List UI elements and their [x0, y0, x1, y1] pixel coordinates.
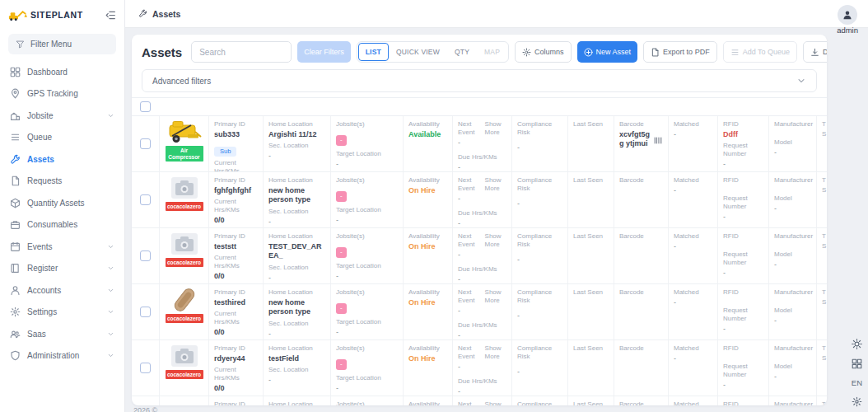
- sidebar-item-quantity-assets[interactable]: Quantity Assets: [0, 192, 124, 214]
- rfid-cell: RFID: [718, 396, 769, 405]
- download-button[interactable]: Download: [803, 41, 827, 63]
- col-label-target_location: Target Location: [336, 150, 398, 158]
- barcode-cell: Barcode: [614, 284, 669, 339]
- sidebar-item-label: Saas: [27, 330, 46, 339]
- sidebar-item-assets[interactable]: Assets: [0, 148, 124, 171]
- sidebar-item-register[interactable]: Register: [0, 258, 124, 280]
- cell-value-home_location: new home person type: [268, 298, 325, 317]
- sidebar-item-queue[interactable]: Queue: [0, 127, 124, 149]
- sidebar-item-settings[interactable]: Settings: [0, 302, 124, 324]
- view-qty-button[interactable]: QTY: [447, 43, 477, 61]
- next-event-cell: Next EventShow More-Due Hrs/KMs-: [453, 228, 512, 283]
- col-label-due_hrs: Due Hrs/KMs: [458, 153, 506, 162]
- advanced-filters-toggle[interactable]: Advanced filters: [142, 69, 817, 92]
- col-label-manufacturer: Manufacturer: [774, 120, 811, 129]
- asset-thumbnail[interactable]: Air Compressor: [163, 118, 205, 162]
- col-label-manufacturer: Manufacturer: [774, 344, 811, 353]
- asset-thumbnail[interactable]: cocacolazero: [163, 286, 205, 323]
- asset-category-tag: Air Compressor: [166, 146, 203, 162]
- cell-value-matched: -: [674, 354, 712, 363]
- cell-value-request_number: -: [723, 269, 763, 278]
- brand-logo[interactable]: SITEPLANT: [8, 8, 83, 21]
- jobsite-badge: -: [336, 135, 347, 146]
- view-map-button[interactable]: MAP: [477, 43, 507, 61]
- sidebar-item-events[interactable]: Events: [0, 236, 124, 258]
- clipped-cell: TS: [817, 228, 827, 283]
- cell-value-primary_id: teststt: [214, 242, 258, 251]
- row-checkbox[interactable]: [140, 194, 151, 205]
- last-seen-cell: Last Seen: [568, 172, 614, 227]
- col-label-sec_location: Sec. Location: [268, 264, 325, 272]
- clipped-col-label: T: [822, 288, 827, 297]
- show-more-link[interactable]: Show More: [485, 400, 506, 405]
- new-asset-button[interactable]: New Asset: [577, 41, 638, 63]
- barcode-cell: Barcodexcvfgt5gg ytjmui: [614, 116, 669, 171]
- asset-image-cell: [160, 396, 209, 405]
- cell-value-next_event: -: [458, 363, 506, 372]
- col-label-request_number: Request Number: [723, 307, 763, 323]
- col-label-jobsites: Jobsite(s): [336, 232, 398, 241]
- cell-value-next_event: -: [458, 138, 506, 147]
- asset-thumbnail[interactable]: cocacolazero: [163, 342, 205, 379]
- barcode-icon[interactable]: [653, 136, 663, 145]
- home-location-cell: Home LocationTEST_DEV_AREA_Sec. Location…: [264, 228, 331, 283]
- filter-menu[interactable]: Filter Menu: [8, 34, 116, 54]
- sidebar-item-gps-tracking[interactable]: GPS Tracking: [0, 83, 124, 105]
- sidebar-item-label: Assets: [27, 155, 54, 164]
- select-all-checkbox[interactable]: [140, 101, 151, 112]
- jobsite-cell: Jobsite(s)-Target Location-: [331, 340, 404, 396]
- col-label-home_location: Home Location: [268, 344, 325, 353]
- add-to-queue-button[interactable]: Add To Queue: [723, 41, 797, 63]
- asset-row: cocacolazeroPrimary IDteststtCurrent Hrs…: [132, 228, 827, 284]
- cell-value-matched: -: [674, 186, 712, 195]
- col-label-target_location: Target Location: [336, 374, 398, 382]
- col-label-model: Model: [774, 307, 811, 315]
- row-checkbox[interactable]: [140, 138, 151, 149]
- row-checkbox[interactable]: [140, 250, 151, 261]
- sidebar-item-label: Register: [27, 264, 58, 273]
- export-pdf-button[interactable]: Export to PDF: [643, 41, 717, 63]
- clipped-col-label: T: [822, 344, 827, 353]
- show-more-link[interactable]: Show More: [485, 344, 506, 361]
- col-label-matched: Matched: [674, 344, 712, 353]
- home-location-cell: Home Locationnew home person typeSec. Lo…: [264, 172, 331, 227]
- availability-cell: Availability: [404, 396, 453, 405]
- language-selector[interactable]: EN: [852, 378, 862, 387]
- sidebar-item-administration[interactable]: Administration: [0, 345, 124, 368]
- cell-value-availability: On Hire: [408, 298, 447, 307]
- asset-thumbnail[interactable]: cocacolazero: [163, 230, 205, 267]
- next-event-cell: Next EventShow More-Due Hrs/KMs-: [453, 116, 512, 171]
- show-more-link[interactable]: Show More: [485, 120, 506, 137]
- col-label-last_seen: Last Seen: [573, 120, 609, 129]
- excavator-logo-icon: [8, 8, 28, 21]
- apps-grid-icon[interactable]: [852, 358, 862, 369]
- theme-toggle-icon[interactable]: [852, 339, 862, 349]
- asset-thumbnail[interactable]: cocacolazero: [163, 174, 205, 211]
- sidebar-item-saas[interactable]: Saas: [0, 323, 124, 345]
- cell-value-sec_location: -: [268, 218, 325, 227]
- settings-gear-icon[interactable]: [852, 396, 862, 407]
- col-label-availability: Availability: [408, 344, 447, 353]
- view-quick-view-button[interactable]: QUICK VIEW: [389, 43, 447, 61]
- view-list-button[interactable]: LIST: [358, 43, 389, 61]
- columns-label: Columns: [534, 48, 564, 56]
- col-label-manufacturer: Manufacturer: [774, 288, 811, 297]
- sidebar-item-jobsite[interactable]: Jobsite: [0, 105, 124, 127]
- sidebar-item-requests[interactable]: Requests: [0, 171, 124, 193]
- compliance-risk-cell: Compliance Risk-: [512, 284, 568, 339]
- col-label-barcode: Barcode: [619, 176, 663, 185]
- sidebar-item-dashboard[interactable]: Dashboard: [0, 61, 124, 83]
- row-checkbox[interactable]: [140, 307, 151, 317]
- show-more-link[interactable]: Show More: [485, 288, 506, 305]
- row-checkbox[interactable]: [140, 363, 151, 373]
- user-menu[interactable]: admin: [837, 5, 858, 35]
- sidebar-collapse-icon[interactable]: [105, 10, 116, 21]
- show-more-link[interactable]: Show More: [485, 176, 506, 193]
- show-more-link[interactable]: Show More: [485, 232, 506, 249]
- avatar[interactable]: [838, 5, 857, 25]
- sidebar-item-consumables[interactable]: Consumables: [0, 214, 124, 236]
- clear-filters-button[interactable]: Clear Filters: [297, 41, 351, 63]
- sidebar-item-accounts[interactable]: Accounts: [0, 279, 124, 302]
- search-input[interactable]: [191, 41, 292, 63]
- columns-button[interactable]: Columns: [515, 41, 572, 63]
